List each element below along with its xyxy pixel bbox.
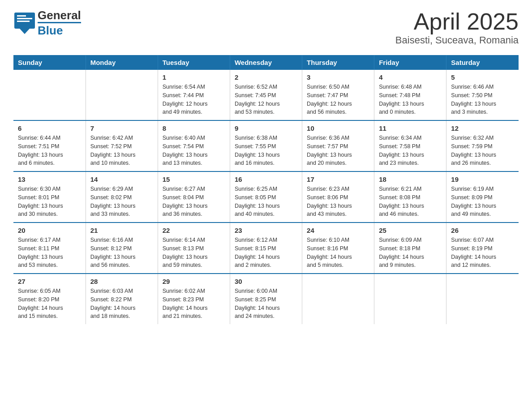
day-info: Sunrise: 6:40 AM Sunset: 7:54 PM Dayligh… [163,134,225,167]
day-number: 22 [163,227,225,234]
calendar-cell: 1Sunrise: 6:54 AM Sunset: 7:44 PM Daylig… [158,70,230,120]
day-info: Sunrise: 6:36 AM Sunset: 7:57 PM Dayligh… [307,134,369,167]
calendar-week-row: 6Sunrise: 6:44 AM Sunset: 7:51 PM Daylig… [13,120,519,171]
calendar-cell: 29Sunrise: 6:02 AM Sunset: 8:23 PM Dayli… [158,274,230,324]
day-info: Sunrise: 6:30 AM Sunset: 8:01 PM Dayligh… [18,185,81,218]
calendar-cell: 4Sunrise: 6:48 AM Sunset: 7:48 PM Daylig… [374,70,446,120]
page-header: General Blue April 2025 Baisesti, Suceav… [13,9,519,46]
calendar-cell: 19Sunrise: 6:19 AM Sunset: 8:09 PM Dayli… [446,171,519,223]
day-number: 2 [235,73,297,81]
calendar-header-row: SundayMondayTuesdayWednesdayThursdayFrid… [13,55,519,70]
day-info: Sunrise: 6:38 AM Sunset: 7:55 PM Dayligh… [235,134,297,167]
calendar-cell: 7Sunrise: 6:42 AM Sunset: 7:52 PM Daylig… [86,120,158,171]
calendar-cell [374,274,446,324]
day-info: Sunrise: 6:03 AM Sunset: 8:22 PM Dayligh… [90,287,153,321]
day-number: 15 [163,176,225,183]
day-number: 9 [235,124,297,132]
day-info: Sunrise: 6:16 AM Sunset: 8:12 PM Dayligh… [90,236,153,270]
calendar-cell: 12Sunrise: 6:32 AM Sunset: 7:59 PM Dayli… [446,120,519,171]
svg-rect-3 [17,18,32,19]
calendar-subtitle: Baisesti, Suceava, Romania [395,34,519,46]
calendar-cell: 2Sunrise: 6:52 AM Sunset: 7:45 PM Daylig… [230,70,302,120]
calendar-cell: 3Sunrise: 6:50 AM Sunset: 7:47 PM Daylig… [302,70,374,120]
logo-general-text: General [38,9,81,22]
day-number: 19 [451,176,514,183]
day-header-monday: Monday [86,55,158,70]
calendar-title-block: April 2025 Baisesti, Suceava, Romania [395,9,519,46]
day-info: Sunrise: 6:34 AM Sunset: 7:58 PM Dayligh… [379,134,442,167]
day-number: 8 [163,124,225,132]
day-number: 18 [379,176,442,183]
day-number: 10 [307,124,369,132]
day-info: Sunrise: 6:42 AM Sunset: 7:52 PM Dayligh… [90,134,153,167]
calendar-cell: 13Sunrise: 6:30 AM Sunset: 8:01 PM Dayli… [13,171,86,223]
day-info: Sunrise: 6:19 AM Sunset: 8:09 PM Dayligh… [451,185,514,218]
day-info: Sunrise: 6:21 AM Sunset: 8:08 PM Dayligh… [379,185,442,218]
day-number: 23 [235,227,297,234]
day-header-wednesday: Wednesday [230,55,302,70]
day-number: 28 [90,278,153,285]
day-number: 4 [379,73,442,81]
day-number: 11 [379,124,442,132]
calendar-cell [446,274,519,324]
calendar-cell: 27Sunrise: 6:05 AM Sunset: 8:20 PM Dayli… [13,274,86,324]
calendar-cell: 8Sunrise: 6:40 AM Sunset: 7:54 PM Daylig… [158,120,230,171]
day-info: Sunrise: 6:17 AM Sunset: 8:11 PM Dayligh… [18,236,81,270]
day-info: Sunrise: 6:52 AM Sunset: 7:45 PM Dayligh… [235,83,297,116]
svg-marker-1 [20,29,30,34]
day-info: Sunrise: 6:27 AM Sunset: 8:04 PM Dayligh… [163,185,225,218]
day-info: Sunrise: 6:05 AM Sunset: 8:20 PM Dayligh… [18,287,81,321]
day-number: 30 [235,278,297,285]
calendar-cell: 17Sunrise: 6:23 AM Sunset: 8:06 PM Dayli… [302,171,374,223]
logo: General Blue [13,9,81,37]
day-info: Sunrise: 6:46 AM Sunset: 7:50 PM Dayligh… [451,83,514,116]
calendar-cell [86,70,158,120]
day-info: Sunrise: 6:54 AM Sunset: 7:44 PM Dayligh… [163,83,225,116]
calendar-cell: 22Sunrise: 6:14 AM Sunset: 8:13 PM Dayli… [158,223,230,274]
day-info: Sunrise: 6:48 AM Sunset: 7:48 PM Dayligh… [379,83,442,116]
calendar-cell: 24Sunrise: 6:10 AM Sunset: 8:16 PM Dayli… [302,223,374,274]
day-number: 16 [235,176,297,183]
day-info: Sunrise: 6:29 AM Sunset: 8:02 PM Dayligh… [90,185,153,218]
day-info: Sunrise: 6:23 AM Sunset: 8:06 PM Dayligh… [307,185,369,218]
calendar-cell: 14Sunrise: 6:29 AM Sunset: 8:02 PM Dayli… [86,171,158,223]
svg-rect-4 [17,21,30,22]
calendar-title: April 2025 [395,9,519,34]
calendar-cell [13,70,86,120]
day-info: Sunrise: 6:50 AM Sunset: 7:47 PM Dayligh… [307,83,369,116]
calendar-cell: 16Sunrise: 6:25 AM Sunset: 8:05 PM Dayli… [230,171,302,223]
day-number: 5 [451,73,514,81]
day-info: Sunrise: 6:25 AM Sunset: 8:05 PM Dayligh… [235,185,297,218]
day-number: 20 [18,227,81,234]
day-number: 13 [18,176,81,183]
day-number: 26 [451,227,514,234]
day-info: Sunrise: 6:09 AM Sunset: 8:18 PM Dayligh… [379,236,442,270]
calendar-cell: 9Sunrise: 6:38 AM Sunset: 7:55 PM Daylig… [230,120,302,171]
calendar-cell: 30Sunrise: 6:00 AM Sunset: 8:25 PM Dayli… [230,274,302,324]
day-number: 25 [379,227,442,234]
day-number: 29 [163,278,225,285]
calendar-week-row: 1Sunrise: 6:54 AM Sunset: 7:44 PM Daylig… [13,70,519,120]
calendar-cell: 18Sunrise: 6:21 AM Sunset: 8:08 PM Dayli… [374,171,446,223]
day-info: Sunrise: 6:07 AM Sunset: 8:19 PM Dayligh… [451,236,514,270]
day-number: 14 [90,176,153,183]
calendar-cell: 20Sunrise: 6:17 AM Sunset: 8:11 PM Dayli… [13,223,86,274]
day-number: 1 [163,73,225,81]
day-header-saturday: Saturday [446,55,519,70]
logo-blue-text: Blue [38,22,81,37]
day-number: 7 [90,124,153,132]
logo-icon [13,12,36,34]
calendar-week-row: 20Sunrise: 6:17 AM Sunset: 8:11 PM Dayli… [13,223,519,274]
calendar-week-row: 27Sunrise: 6:05 AM Sunset: 8:20 PM Dayli… [13,274,519,324]
day-number: 3 [307,73,369,81]
calendar-cell: 25Sunrise: 6:09 AM Sunset: 8:18 PM Dayli… [374,223,446,274]
calendar-week-row: 13Sunrise: 6:30 AM Sunset: 8:01 PM Dayli… [13,171,519,223]
calendar-cell: 5Sunrise: 6:46 AM Sunset: 7:50 PM Daylig… [446,70,519,120]
calendar-cell: 15Sunrise: 6:27 AM Sunset: 8:04 PM Dayli… [158,171,230,223]
day-header-tuesday: Tuesday [158,55,230,70]
day-header-sunday: Sunday [13,55,86,70]
calendar-cell: 23Sunrise: 6:12 AM Sunset: 8:15 PM Dayli… [230,223,302,274]
day-number: 6 [18,124,81,132]
day-info: Sunrise: 6:44 AM Sunset: 7:51 PM Dayligh… [18,134,81,167]
day-number: 24 [307,227,369,234]
